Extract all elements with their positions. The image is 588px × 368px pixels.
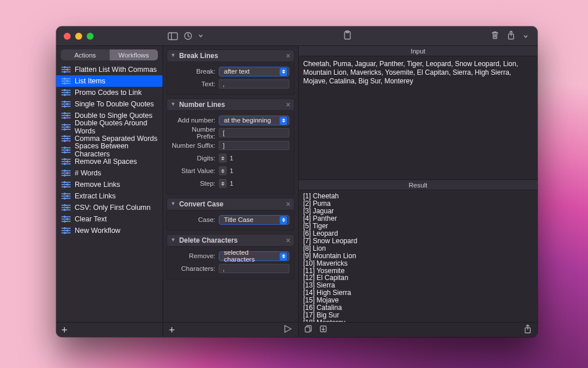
result-line: [9] Mountain Lion bbox=[303, 252, 533, 260]
sidebar-item-label: # Words bbox=[75, 169, 101, 177]
svg-rect-51 bbox=[305, 327, 310, 332]
sidebar-item[interactable]: Clear Text bbox=[56, 213, 163, 225]
block-header[interactable]: ▼ Number Lines × bbox=[167, 98, 295, 111]
export-result-icon[interactable] bbox=[524, 324, 532, 336]
block-header[interactable]: ▼ Convert Case × bbox=[167, 198, 295, 210]
field-label: Digits: bbox=[172, 155, 219, 162]
sidebar-item-label: Single To Double Quotes bbox=[75, 100, 154, 108]
sidebar-item-label: CSV: Only First Column bbox=[75, 204, 150, 212]
result-line: [8] Lion bbox=[303, 245, 533, 252]
block-delete-characters: ▼ Delete Characters × Remove: selected c… bbox=[167, 234, 295, 279]
app-window: Actions Workflows Flatten List With Comm… bbox=[56, 26, 537, 337]
workflow-list: Flatten List With CommasList ItemsPromo … bbox=[56, 64, 163, 322]
field-label: Add number: bbox=[172, 117, 219, 124]
number-prefix-input[interactable]: [ bbox=[219, 128, 289, 137]
remove-block-button[interactable]: × bbox=[286, 236, 291, 245]
result-line: [3] Jaguar bbox=[303, 208, 533, 215]
minimize-window-button[interactable] bbox=[75, 33, 82, 40]
sidebar-item-label: List Items bbox=[75, 77, 106, 85]
workflow-icon bbox=[61, 227, 71, 234]
sidebar-item-label: Promo Codes to Link bbox=[75, 89, 142, 97]
result-line: [7] Snow Leopard bbox=[303, 237, 533, 245]
workflow-icon bbox=[61, 193, 71, 200]
case-select[interactable]: Title Case bbox=[219, 215, 289, 225]
break-mode-select[interactable]: after text bbox=[219, 67, 289, 76]
sidebar-item[interactable]: Remove Links bbox=[56, 179, 163, 190]
result-line: [4] Panther bbox=[303, 215, 533, 223]
block-header[interactable]: ▼ Break Lines × bbox=[167, 49, 295, 62]
trash-icon[interactable] bbox=[491, 30, 499, 42]
remove-block-button[interactable]: × bbox=[286, 51, 291, 60]
break-text-input[interactable]: , bbox=[219, 79, 289, 89]
sidebar-item[interactable]: CSV: Only First Column bbox=[56, 202, 163, 213]
zoom-window-button[interactable] bbox=[87, 33, 94, 40]
start-stepper[interactable] bbox=[219, 166, 227, 175]
remove-block-button[interactable]: × bbox=[286, 100, 291, 109]
sidebar-item[interactable]: # Words bbox=[56, 167, 163, 179]
toggle-sidebar-icon[interactable] bbox=[168, 32, 178, 40]
sidebar-item[interactable]: List Items bbox=[56, 75, 163, 87]
workflow-icon bbox=[61, 216, 71, 223]
dropdown-chevron-icon[interactable] bbox=[523, 31, 528, 41]
result-textarea[interactable]: [1] Cheetah[2] Puma[3] Jaguar[4] Panther… bbox=[299, 190, 537, 322]
sidebar-item[interactable]: Spaces Between Characters bbox=[56, 144, 163, 156]
result-footer bbox=[299, 322, 537, 337]
digits-value: 1 bbox=[230, 155, 233, 162]
block-title: Delete Characters bbox=[179, 236, 238, 244]
disclosure-triangle-icon: ▼ bbox=[171, 201, 176, 206]
result-line: [5] Tiger bbox=[303, 223, 533, 230]
sidebar-item-label: Double to Single Quotes bbox=[75, 112, 153, 120]
sidebar-item[interactable]: Promo Codes to Link bbox=[56, 87, 163, 98]
field-label: Break: bbox=[172, 68, 219, 75]
remove-mode-select[interactable]: selected characters bbox=[219, 251, 289, 261]
step-value: 1 bbox=[230, 180, 233, 187]
tab-actions[interactable]: Actions bbox=[61, 49, 110, 60]
close-window-button[interactable] bbox=[64, 33, 71, 40]
chevron-updown-icon bbox=[280, 252, 287, 260]
block-header[interactable]: ▼ Delete Characters × bbox=[167, 234, 295, 247]
chevron-updown-icon bbox=[280, 68, 287, 76]
field-label: Number Prefix: bbox=[172, 126, 219, 140]
run-workflow-button[interactable] bbox=[283, 324, 292, 336]
workflow-icon bbox=[61, 101, 71, 108]
workflow-footer: + bbox=[163, 322, 298, 337]
share-icon[interactable] bbox=[507, 30, 515, 42]
result-line: [6] Leopard bbox=[303, 230, 533, 237]
add-number-select[interactable]: at the beginning bbox=[219, 116, 289, 125]
workflow-icon bbox=[61, 170, 71, 177]
field-label: Number Suffix: bbox=[172, 142, 219, 149]
io-panel: Input Cheetah, Puma, Jaguar, Panther, Ti… bbox=[299, 46, 537, 337]
sidebar-item[interactable]: New Workflow bbox=[56, 225, 163, 236]
sidebar-item[interactable]: Extract Links bbox=[56, 190, 163, 202]
history-icon[interactable] bbox=[184, 32, 192, 40]
sidebar-item[interactable]: Flatten List With Commas bbox=[56, 64, 163, 75]
add-block-button[interactable]: + bbox=[169, 325, 175, 335]
dropdown-chevron-icon[interactable] bbox=[198, 33, 203, 39]
copy-result-icon[interactable] bbox=[304, 325, 312, 335]
sidebar: Actions Workflows Flatten List With Comm… bbox=[56, 46, 163, 337]
tab-workflows[interactable]: Workflows bbox=[110, 49, 158, 60]
field-label: Remove: bbox=[172, 252, 219, 259]
field-label: Step: bbox=[172, 180, 219, 187]
number-suffix-input[interactable]: ] bbox=[219, 141, 289, 150]
remove-block-button[interactable]: × bbox=[286, 200, 291, 209]
sidebar-item[interactable]: Double Quotes Around Words bbox=[56, 121, 163, 133]
disclosure-triangle-icon: ▼ bbox=[171, 101, 176, 107]
workflow-icon bbox=[61, 112, 71, 119]
clipboard-icon[interactable] bbox=[343, 30, 351, 42]
chevron-updown-icon bbox=[280, 117, 287, 125]
input-textarea[interactable]: Cheetah, Puma, Jaguar, Panther, Tiger, L… bbox=[299, 56, 537, 180]
step-stepper[interactable] bbox=[219, 179, 227, 188]
block-break-lines: ▼ Break Lines × Break: after text Text: … bbox=[167, 49, 295, 95]
workflow-icon bbox=[61, 124, 71, 131]
send-down-icon[interactable] bbox=[319, 325, 327, 335]
sidebar-footer: + bbox=[56, 322, 163, 337]
sidebar-item-label: Remove Links bbox=[75, 181, 120, 189]
block-number-lines: ▼ Number Lines × Add number: at the begi… bbox=[167, 98, 295, 194]
sidebar-item-label: Flatten List With Commas bbox=[75, 66, 157, 74]
sidebar-item[interactable]: Single To Double Quotes bbox=[56, 98, 163, 110]
add-workflow-button[interactable]: + bbox=[61, 325, 68, 335]
digits-stepper[interactable] bbox=[219, 154, 227, 163]
workflow-editor: ▼ Break Lines × Break: after text Text: … bbox=[163, 46, 299, 337]
characters-input[interactable]: , bbox=[219, 264, 289, 273]
